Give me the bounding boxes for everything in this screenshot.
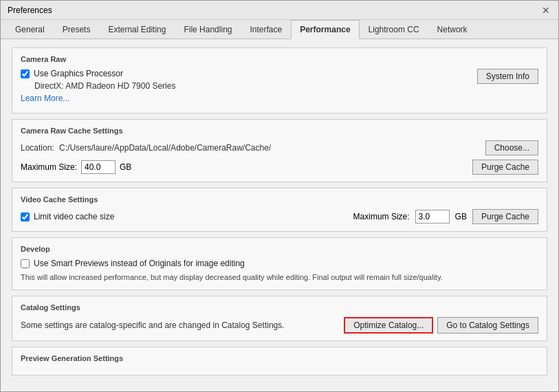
- purge-cache-button[interactable]: Purge Cache: [472, 160, 538, 175]
- tab-performance[interactable]: Performance: [291, 20, 359, 39]
- close-button[interactable]: ✕: [540, 5, 551, 16]
- tab-general[interactable]: General: [6, 20, 54, 39]
- video-max-size-input[interactable]: [415, 210, 450, 224]
- catalog-section-title: Catalog Settings: [21, 303, 538, 312]
- catalog-row: Some settings are catalog-specific and a…: [21, 317, 538, 334]
- location-label: Location: C:/Users/laure/AppData/Local/A…: [21, 143, 271, 153]
- tabs-bar: General Presets External Editing File Ha…: [1, 20, 558, 39]
- camera-raw-section: Camera Raw Use Graphics Processor Direct…: [12, 47, 547, 113]
- preview-generation-title: Preview Generation Settings: [21, 354, 538, 362]
- develop-info-text: This will allow increased performance, b…: [21, 272, 538, 283]
- video-cache-section-title: Video Cache Settings: [21, 195, 538, 204]
- video-max-size-unit: GB: [455, 212, 467, 221]
- catalog-info-text: Some settings are catalog-specific and a…: [21, 320, 333, 330]
- optimize-catalog-button[interactable]: Optimize Catalog...: [344, 317, 433, 334]
- limit-cache-size-checkbox[interactable]: [21, 213, 30, 221]
- tab-lightroom-cc[interactable]: Lightroom CC: [360, 20, 428, 39]
- use-graphics-processor-label[interactable]: Use Graphics Processor: [34, 69, 123, 78]
- limit-cache-size-label[interactable]: Limit video cache size: [34, 212, 114, 221]
- video-max-size-label: Maximum Size:: [353, 212, 410, 221]
- content-area: Camera Raw Use Graphics Processor Direct…: [1, 39, 558, 389]
- tab-interface[interactable]: Interface: [241, 20, 291, 39]
- location-path: C:/Users/laure/AppData/Local/Adobe/Camer…: [59, 143, 271, 153]
- system-info-button[interactable]: System Info: [477, 69, 538, 84]
- tab-network[interactable]: Network: [428, 20, 476, 39]
- video-purge-cache-button[interactable]: Purge Cache: [472, 209, 538, 224]
- tab-external-editing[interactable]: External Editing: [99, 20, 175, 39]
- use-graphics-processor-row: Use Graphics Processor: [21, 69, 175, 78]
- max-size-input[interactable]: [81, 160, 116, 174]
- limit-cache-size-row: Limit video cache size: [21, 212, 114, 221]
- title-bar: Preferences ✕: [1, 1, 558, 20]
- choose-button[interactable]: Choose...: [485, 140, 538, 155]
- smart-previews-checkbox[interactable]: [21, 259, 30, 268]
- tab-presets[interactable]: Presets: [54, 20, 100, 39]
- max-size-unit: GB: [120, 162, 131, 172]
- camera-raw-cache-section: Camera Raw Cache Settings Location: C:/U…: [12, 119, 547, 182]
- max-size-label: Maximum Size:: [21, 162, 77, 172]
- smart-previews-row: Use Smart Previews instead of Originals …: [21, 259, 538, 268]
- develop-section-title: Develop: [21, 245, 538, 253]
- use-graphics-processor-checkbox[interactable]: [21, 69, 30, 78]
- preferences-window: Preferences ✕ General Presets External E…: [0, 0, 559, 392]
- directx-info: DirectX: AMD Radeon HD 7900 Series: [34, 81, 175, 91]
- location-row: Location: C:/Users/laure/AppData/Local/A…: [21, 140, 538, 155]
- catalog-settings-section: Catalog Settings Some settings are catal…: [12, 296, 547, 341]
- preview-generation-section: Preview Generation Settings: [12, 347, 547, 375]
- learn-more-link[interactable]: Learn More...: [21, 94, 175, 103]
- go-to-catalog-settings-button[interactable]: Go to Catalog Settings: [437, 317, 538, 334]
- tab-file-handling[interactable]: File Handling: [175, 20, 241, 39]
- video-cache-section: Video Cache Settings Limit video cache s…: [12, 188, 547, 232]
- video-cache-row: Limit video cache size Maximum Size: GB …: [21, 209, 538, 224]
- catalog-buttons: Optimize Catalog... Go to Catalog Settin…: [344, 317, 538, 334]
- window-title: Preferences: [8, 6, 52, 15]
- cache-section-title: Camera Raw Cache Settings: [21, 127, 538, 135]
- max-size-row: Maximum Size: GB: [21, 160, 131, 174]
- camera-raw-section-title: Camera Raw: [21, 55, 538, 63]
- smart-previews-label[interactable]: Use Smart Previews instead of Originals …: [34, 259, 245, 268]
- develop-section: Develop Use Smart Previews instead of Or…: [12, 237, 547, 290]
